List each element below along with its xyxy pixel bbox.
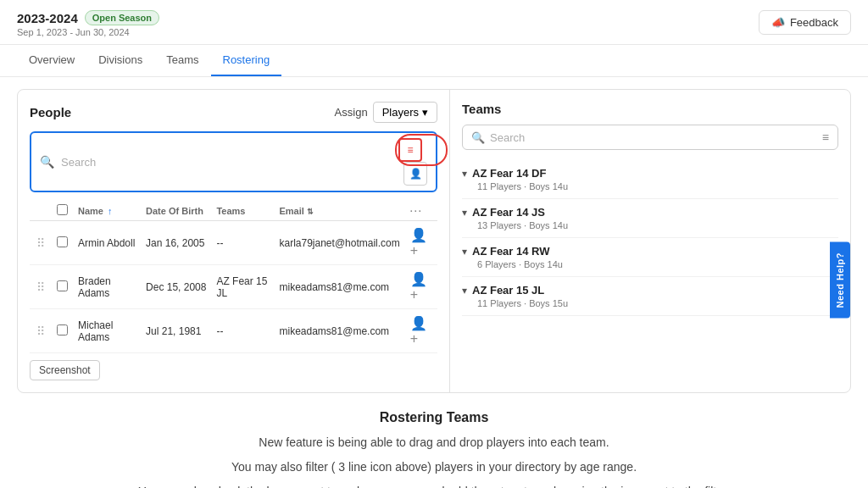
add-to-team-icon[interactable]: 👤+ [410,228,427,258]
list-item: ▾ AZ Fear 14 DF 11 Players · Boys 14u [462,160,838,199]
sort-arrow-icon: ↑ [108,206,113,216]
header: 2023-2024 Open Season Sep 1, 2023 - Jun … [0,0,868,45]
list-item: ▾ AZ Fear 15 JL 11 Players · Boys 15u [462,277,838,316]
assign-area: Assign Players ▾ [335,102,437,123]
teams-title: Teams [462,102,838,116]
players-dropdown[interactable]: Players ▾ [373,102,437,123]
assign-label: Assign [335,106,368,119]
people-table: Name ↑ Date Of Birth Teams Email ⇅ ··· [30,201,437,353]
teams-filter-icon[interactable]: ≡ [822,130,829,144]
player-teams: AZ Fear 15 JL [211,265,274,309]
teams-search-input[interactable] [490,131,817,144]
add-to-team-icon[interactable]: 👤+ [410,316,427,346]
th-name: Name ↑ [73,201,141,221]
search-bar: 🔍 ≡ 👤 [30,131,437,192]
dropdown-chevron-icon: ▾ [422,106,428,119]
player-teams: -- [211,221,274,265]
row-checkbox[interactable] [57,236,68,247]
season-badge: Open Season [85,10,159,25]
row-checkbox[interactable] [57,324,68,336]
team-name: AZ Fear 14 DF [472,167,546,180]
team-meta: 13 Players · Boys 14u [462,220,838,230]
th-checkbox [52,201,73,221]
nav-divisions[interactable]: Divisions [86,45,154,76]
list-item: ▾ AZ Fear 14 RW 6 Players · Boys 14u [462,238,838,277]
team-meta: 11 Players · Boys 14u [462,181,838,191]
people-header: People Assign Players ▾ [30,102,437,123]
player-dob: Dec 15, 2008 [141,265,211,309]
feedback-button[interactable]: 📣 Feedback [759,10,851,35]
th-actions: ··· [405,201,437,221]
th-drag [30,201,52,221]
player-email: mikeadams81@me.com [275,265,405,309]
nav-overview[interactable]: Overview [17,45,86,76]
player-dob: Jul 21, 1981 [141,309,211,353]
team-name: AZ Fear 14 JS [472,206,545,219]
search-input[interactable] [61,156,392,169]
nav: Overview Divisions Teams Rostering [0,45,868,77]
info-title: Rostering Teams [51,410,817,425]
table-row: ⠿ Armin Abdoll Jan 16, 2005 -- karla79ja… [30,221,437,265]
team-name: AZ Fear 15 JL [472,284,544,297]
team-meta: 11 Players · Boys 15u [462,298,838,308]
row-checkbox[interactable] [57,280,68,291]
add-person-icon: 👤 [409,168,422,180]
team-chevron-icon[interactable]: ▾ [462,168,467,180]
teams-search-icon: 🔍 [471,131,485,144]
rostering-wrap: People Assign Players ▾ 🔍 [17,89,851,393]
season-date: Sep 1, 2023 - Jun 30, 2024 [17,27,159,37]
team-meta: 6 Players · Boys 14u [462,259,838,269]
filter-circle-wrap: ≡ 👤 [398,138,427,186]
nav-teams[interactable]: Teams [154,45,210,76]
info-line1: New feature is being able to drag and dr… [51,434,817,452]
rostering-panel: People Assign Players ▾ 🔍 [17,89,851,393]
people-title: People [30,105,71,119]
add-to-team-icon[interactable]: 👤+ [410,272,427,302]
table-row: ⠿ Michael Adams Jul 21, 1981 -- mikeadam… [30,309,437,353]
main-content: People Assign Players ▾ 🔍 [0,77,868,488]
team-chevron-icon[interactable]: ▾ [462,207,467,219]
need-help-button[interactable]: Need Help? [830,242,850,319]
player-email: karla79janet@hotmail.com [275,221,405,265]
th-email: Email ⇅ [275,201,405,221]
feedback-icon: 📣 [771,16,785,29]
team-chevron-icon[interactable]: ▾ [462,246,467,258]
season-title: 2023-2024 Open Season [17,10,159,25]
th-dob: Date Of Birth [141,201,211,221]
player-name: Armin Abdoll [73,221,141,265]
teams-section: Teams 🔍 ≡ ▾ AZ Fear 14 DF 11 Players · B… [450,90,850,392]
header-left: 2023-2024 Open Season Sep 1, 2023 - Jun … [17,10,159,37]
players-label: Players [382,106,419,119]
player-teams: -- [211,309,274,353]
team-name: AZ Fear 14 RW [472,245,550,258]
filter-button[interactable]: ≡ [398,138,422,162]
player-name: Michael Adams [73,309,141,353]
feedback-label: Feedback [790,16,838,29]
drag-handle-icon[interactable]: ⠿ [35,280,47,294]
list-item: ▾ AZ Fear 14 JS 13 Players · Boys 14u [462,199,838,238]
screenshot-button[interactable]: Screenshot [30,360,100,380]
nav-rostering[interactable]: Rostering [211,45,282,76]
info-line3: You may also check the boxes next to a p… [51,483,817,488]
teams-list: ▾ AZ Fear 14 DF 11 Players · Boys 14u ▾ … [462,160,838,316]
email-sort-icon: ⇅ [307,208,314,216]
select-all-checkbox[interactable] [57,204,68,215]
info-section: Rostering Teams New feature is being abl… [17,393,851,488]
search-icon: 🔍 [40,155,54,169]
player-dob: Jan 16, 2005 [141,221,211,265]
player-name: Braden Adams [73,265,141,309]
info-line2: You may also filter ( 3 line icon above)… [51,458,817,476]
player-email: mikeadams81@me.com [275,309,405,353]
teams-search-bar: 🔍 ≡ [462,125,838,150]
team-chevron-icon[interactable]: ▾ [462,285,467,297]
add-person-button[interactable]: 👤 [403,162,427,186]
drag-handle-icon[interactable]: ⠿ [35,324,47,338]
people-section: People Assign Players ▾ 🔍 [18,90,450,392]
th-teams: Teams [211,201,274,221]
drag-handle-icon[interactable]: ⠿ [35,236,47,250]
filter-lines-icon: ≡ [407,144,413,156]
table-row: ⠿ Braden Adams Dec 15, 2008 AZ Fear 15 J… [30,265,437,309]
filter-icons-group: ≡ 👤 [398,138,427,186]
season-year: 2023-2024 [17,11,78,25]
